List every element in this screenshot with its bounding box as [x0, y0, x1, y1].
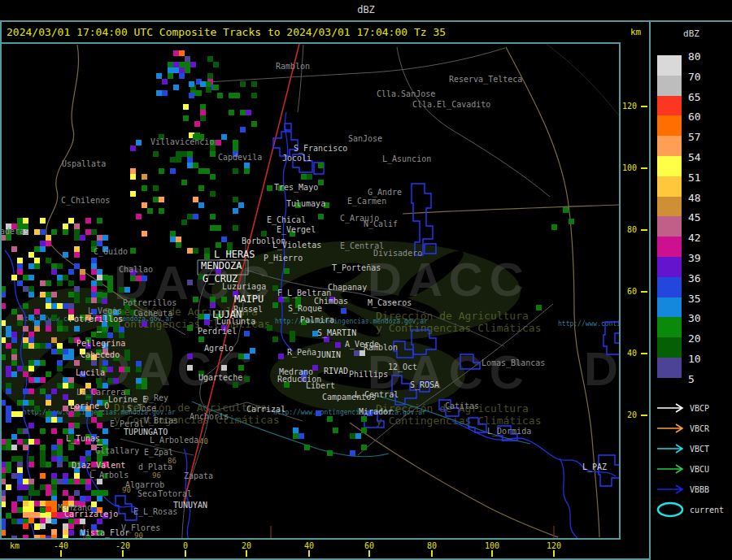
place-label: Ugarteche — [198, 373, 242, 382]
colorbar-swatch — [657, 136, 682, 156]
bottom-axis: km -40-20020406080100120 — [0, 540, 649, 558]
legend-item-VBCR: VBCR — [651, 420, 732, 438]
place-label: Ramblon — [364, 343, 398, 352]
colorbar-value-label: 60 — [688, 111, 701, 123]
right-axis-tick — [641, 291, 647, 293]
place-label: L_Asuncion — [382, 154, 431, 163]
place-label: Ramblon — [276, 62, 310, 71]
route-number-label: 96 — [152, 471, 161, 480]
colorbar-value-label: 30 — [688, 312, 701, 324]
place-label: C_Guido — [94, 247, 128, 256]
place-label: JUNIN — [316, 350, 341, 359]
track-arrow-icon — [656, 420, 688, 436]
colorbar-value-label: 10 — [688, 353, 701, 365]
bottom-axis-unit: km — [10, 541, 20, 550]
place-label: V_Btias — [144, 416, 178, 425]
place-label: Vista_Flor — [81, 528, 129, 537]
place-label: Cacheuta — [133, 309, 172, 318]
place-label: 12_Oct — [388, 362, 417, 371]
colorbar-swatch — [657, 55, 682, 76]
place-label: Pellegrina — [76, 339, 125, 348]
place-label: Reserva_Telteca — [449, 75, 522, 84]
page-title: dBZ — [357, 4, 375, 15]
place-label: E_Zpal — [144, 448, 173, 457]
place-label: Divisadero — [373, 249, 422, 258]
place-label: Seca — [137, 489, 157, 498]
bottom-axis-tick — [553, 550, 555, 557]
place-label: N_Calif — [364, 219, 398, 228]
colorbar-value-label: 70 — [688, 71, 701, 83]
colorbar-value-label: 20 — [688, 332, 701, 345]
bottom-axis-tick-label: 60 — [353, 541, 386, 550]
colorbar-swatch — [657, 277, 682, 297]
place-label: Campamentos — [322, 393, 376, 402]
track-arrow-icon — [656, 441, 688, 457]
legend-item-label: VBCP — [690, 404, 709, 413]
radar-app-window: dBZ 2024/03/01 17:04:00 UTC Composite Tr… — [0, 0, 732, 560]
colorbar-swatch — [657, 216, 682, 237]
right-axis-tick-label: 80 — [621, 225, 637, 234]
colorbar-value-label: 39 — [688, 252, 701, 264]
header-bar: 2024/03/01 17:04:00 UTC Composite Tracks… — [0, 22, 649, 42]
place-label: Anchoris — [190, 412, 229, 421]
place-label: Diaz_Valent — [72, 461, 125, 470]
colorbar-swatch — [657, 197, 682, 216]
place-label: Lucila — [76, 368, 105, 377]
right-axis-unit: km — [630, 27, 641, 37]
place-label: G_Andre — [368, 188, 402, 197]
frame-line-left — [0, 20, 2, 560]
frame-line-top — [0, 20, 732, 22]
place-label: L_Tunas — [66, 434, 100, 443]
place-label: Carrizal — [246, 405, 285, 414]
place-label: Perdriel — [198, 327, 237, 336]
right-axis-tick — [641, 229, 647, 231]
scale-panel: dBZ 807065605754514845423936353020105 VB… — [651, 22, 732, 560]
right-axis-tick-label: 100 — [621, 163, 637, 172]
place-label: C_Chilenos — [61, 196, 110, 205]
place-label: Palmira — [300, 315, 334, 324]
current-ellipse-icon — [656, 501, 688, 518]
place-label: S_Francisco — [294, 144, 347, 153]
place-label: S_Roque — [288, 304, 322, 313]
route-number-label: 86 — [168, 457, 176, 465]
radar-map-canvas[interactable]: DACCDACCDACCDACCDACCDirección de Agricul… — [2, 44, 619, 538]
place-label: Mirador — [359, 407, 393, 416]
place-label: o_Rey — [144, 393, 168, 402]
right-axis: 12010080604020 — [621, 44, 649, 538]
place-label: Lorine_E — [108, 395, 147, 404]
colorbar-value-label: 65 — [688, 91, 701, 103]
place-label: Challao — [119, 265, 153, 274]
colorbar-swatch — [657, 115, 682, 136]
place-label: L_HERAS — [214, 250, 255, 259]
place-label: Clla.El_Cavadito — [412, 100, 490, 109]
place-label: Lomas_Blancas — [481, 358, 545, 367]
colorbar-value-label: 51 — [688, 171, 701, 184]
route-number-label: 40 — [199, 437, 208, 445]
timestamp-text: 2024/03/01 17:04:00 UTC Composite Tracks… — [7, 26, 446, 38]
place-label: L_Arboleda — [150, 436, 198, 445]
place-label: Potrerillos — [69, 315, 123, 323]
bottom-axis-tick-label: 0 — [169, 541, 202, 550]
place-label: Luzuriaga — [222, 282, 266, 291]
route-number-label: 90 — [134, 532, 143, 538]
place-label: MENDOZA — [201, 262, 242, 271]
bottom-axis-tick-label: 40 — [293, 541, 325, 550]
bottom-axis-tick — [122, 550, 124, 557]
place-label: Carrizalejo — [64, 510, 118, 519]
place-label: Catitas — [445, 402, 479, 410]
colorbar-value-label: 42 — [688, 232, 701, 244]
right-axis-tick — [641, 167, 647, 169]
bottom-axis-tick — [308, 550, 310, 557]
place-label: Zapata — [184, 471, 213, 480]
place-label: Tulumaya — [286, 199, 325, 208]
place-label: Lunlunta — [216, 317, 255, 326]
place-label: E_Carmen — [347, 197, 386, 206]
place-label: SanJose — [348, 134, 382, 143]
bottom-axis-tick — [368, 550, 370, 557]
colorbar-value-label: 35 — [688, 293, 701, 305]
bottom-axis-tick — [60, 550, 62, 557]
bottom-axis-tick — [431, 550, 433, 557]
bottom-axis-tick-label: 20 — [230, 541, 263, 550]
legend-item-label: VBCT — [690, 445, 709, 454]
place-label: Clla.SanJose — [377, 89, 435, 98]
